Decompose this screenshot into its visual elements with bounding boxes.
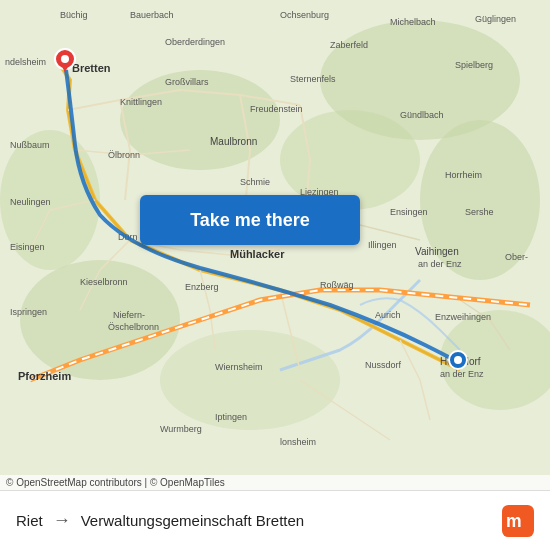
svg-text:Maulbronn: Maulbronn bbox=[210, 136, 257, 147]
svg-text:Wurmberg: Wurmberg bbox=[160, 424, 202, 434]
svg-text:Ölbronn: Ölbronn bbox=[108, 150, 140, 160]
svg-text:Nußbaum: Nußbaum bbox=[10, 140, 50, 150]
svg-text:Roßwäg: Roßwäg bbox=[320, 280, 354, 290]
svg-text:Vaihingen: Vaihingen bbox=[415, 246, 459, 257]
svg-text:Büchig: Büchig bbox=[60, 10, 88, 20]
svg-text:Sershe: Sershe bbox=[465, 207, 494, 217]
svg-text:Bauerbach: Bauerbach bbox=[130, 10, 174, 20]
svg-text:Eisingen: Eisingen bbox=[10, 242, 45, 252]
from-label: Riet bbox=[16, 512, 43, 529]
svg-text:Spielberg: Spielberg bbox=[455, 60, 493, 70]
svg-text:Niefern-: Niefern- bbox=[113, 310, 145, 320]
svg-text:Güglingen: Güglingen bbox=[475, 14, 516, 24]
svg-text:Knittlingen: Knittlingen bbox=[120, 97, 162, 107]
attribution: © OpenStreetMap contributors | © OpenMap… bbox=[0, 475, 550, 490]
svg-text:Freudenstein: Freudenstein bbox=[250, 104, 303, 114]
svg-text:Mühlacker: Mühlacker bbox=[230, 248, 285, 260]
svg-text:Oberderdingen: Oberderdingen bbox=[165, 37, 225, 47]
take-me-there-button[interactable]: Take me there bbox=[140, 195, 360, 245]
svg-text:Neulingen: Neulingen bbox=[10, 197, 51, 207]
map-container: Büchig Bauerbach Ochsenburg Michelbach G… bbox=[0, 0, 550, 490]
svg-text:Nussdorf: Nussdorf bbox=[365, 360, 402, 370]
map-svg: Büchig Bauerbach Ochsenburg Michelbach G… bbox=[0, 0, 550, 490]
svg-text:m: m bbox=[506, 511, 522, 531]
svg-text:Horrheim: Horrheim bbox=[445, 170, 482, 180]
svg-text:Enzberg: Enzberg bbox=[185, 282, 219, 292]
svg-text:Öschelbronn: Öschelbronn bbox=[108, 322, 159, 332]
svg-text:Ober-: Ober- bbox=[505, 252, 528, 262]
button-label: Take me there bbox=[190, 210, 310, 231]
moovit-logo: m bbox=[502, 505, 534, 537]
attribution-text: © OpenStreetMap contributors | © OpenMap… bbox=[6, 477, 225, 488]
svg-text:Aurich: Aurich bbox=[375, 310, 401, 320]
svg-text:Ochsenburg: Ochsenburg bbox=[280, 10, 329, 20]
svg-point-58 bbox=[61, 55, 69, 63]
bottom-bar: Riet → Verwaltungsgemeinschaft Bretten m bbox=[0, 490, 550, 550]
arrow-icon: → bbox=[53, 510, 71, 531]
svg-point-60 bbox=[454, 356, 462, 364]
svg-text:Bretten: Bretten bbox=[72, 62, 111, 74]
svg-text:an der Enz: an der Enz bbox=[418, 259, 462, 269]
svg-text:ndelsheim: ndelsheim bbox=[5, 57, 46, 67]
svg-text:Ispringen: Ispringen bbox=[10, 307, 47, 317]
destination-marker bbox=[448, 350, 468, 374]
moovit-logo-svg: m bbox=[502, 505, 534, 537]
svg-text:Michelbach: Michelbach bbox=[390, 17, 436, 27]
svg-text:Enzweihingen: Enzweihingen bbox=[435, 312, 491, 322]
svg-text:Gündlbach: Gündlbach bbox=[400, 110, 444, 120]
svg-text:lonsheim: lonsheim bbox=[280, 437, 316, 447]
svg-text:Schmie: Schmie bbox=[240, 177, 270, 187]
svg-text:Iptingen: Iptingen bbox=[215, 412, 247, 422]
svg-text:Pforzheim: Pforzheim bbox=[18, 370, 71, 382]
svg-text:Dürn: Dürn bbox=[118, 232, 138, 242]
svg-text:Illingen: Illingen bbox=[368, 240, 397, 250]
svg-point-8 bbox=[160, 330, 340, 430]
to-label: Verwaltungsgemeinschaft Bretten bbox=[81, 512, 304, 529]
svg-text:Großvillars: Großvillars bbox=[165, 77, 209, 87]
svg-text:Kieselbronn: Kieselbronn bbox=[80, 277, 128, 287]
svg-text:Wiernsheim: Wiernsheim bbox=[215, 362, 263, 372]
svg-text:Sternenfels: Sternenfels bbox=[290, 74, 336, 84]
svg-text:Zaberfeld: Zaberfeld bbox=[330, 40, 368, 50]
svg-text:Ensingen: Ensingen bbox=[390, 207, 428, 217]
origin-marker bbox=[54, 48, 76, 80]
